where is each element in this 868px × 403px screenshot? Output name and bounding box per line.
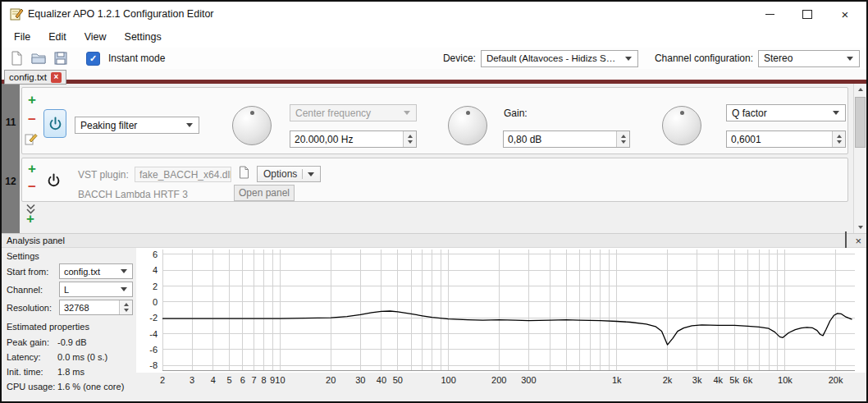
svg-text:0: 0 [153, 297, 158, 307]
spin-down-icon[interactable] [124, 309, 129, 312]
svg-text:-2: -2 [149, 313, 158, 323]
spin-up-icon[interactable] [408, 135, 413, 138]
maximize-button[interactable] [788, 2, 826, 26]
power-icon [48, 116, 63, 131]
menu-view[interactable]: View [75, 26, 116, 48]
gain-label: Gain: [504, 108, 528, 119]
analysis-panel-header: Analysis panel × [2, 233, 866, 248]
gain-knob[interactable] [448, 106, 487, 145]
svg-text:6: 6 [153, 250, 158, 259]
filter-type-value: Peaking filter [80, 120, 142, 131]
resolution-label: Resolution: [7, 303, 52, 313]
analysis-panel-body: Settings Start from: config.txt Channel:… [2, 248, 866, 401]
channel-config-select[interactable]: Stereo [758, 50, 860, 67]
add-filter-button[interactable]: + [25, 162, 39, 175]
tab-close-button[interactable]: × [51, 72, 62, 83]
open-panel-button[interactable]: Open panel [234, 185, 295, 201]
remove-filter-button[interactable]: − [25, 112, 39, 126]
menu-edit[interactable]: Edit [39, 26, 75, 48]
resolution-input[interactable]: 32768 [59, 300, 133, 315]
frequency-input[interactable]: 20.000,00 Hz [290, 131, 417, 148]
svg-text:-6: -6 [149, 345, 158, 355]
cpu-usage-label: CPU usage: [7, 382, 55, 392]
vst-file-field[interactable]: fake_BACCH_x64.dll [135, 167, 231, 182]
settings-heading: Settings [7, 251, 39, 261]
vst-power-toggle[interactable] [42, 167, 65, 193]
app-window: Equalizer APO 1.2.1 Configuration Editor… [0, 0, 868, 403]
append-filter-button[interactable]: + [24, 212, 37, 225]
open-file-button[interactable] [30, 51, 46, 66]
scroll-up-button[interactable] [854, 84, 866, 95]
float-panel-button[interactable] [845, 233, 847, 248]
instant-mode-label: Instant mode [108, 53, 165, 64]
svg-text:2: 2 [153, 282, 158, 291]
new-file-button[interactable] [8, 51, 24, 66]
maximize-icon [802, 10, 812, 19]
q-factor-value: 0,6001 [731, 134, 761, 145]
vst-file-name: fake_BACCH_x64.dll [139, 169, 231, 181]
svg-text:6k: 6k [743, 375, 753, 385]
window-title: Equalizer APO 1.2.1 Configuration Editor [28, 2, 214, 26]
arrow-up-icon [858, 88, 863, 91]
chevron-down-icon [121, 269, 127, 273]
svg-text:4k: 4k [713, 375, 723, 385]
menu-file[interactable]: File [5, 26, 39, 48]
q-factor-knob[interactable] [662, 106, 701, 145]
spin-up-icon[interactable] [837, 135, 842, 138]
spin-down-icon[interactable] [408, 140, 413, 144]
close-icon: × [54, 73, 59, 81]
vertical-scrollbar[interactable] [853, 84, 866, 233]
filter-type-select[interactable]: Peaking filter [75, 117, 199, 134]
vst-options-button[interactable]: Options [257, 166, 321, 182]
svg-text:50: 50 [393, 375, 403, 385]
save-icon [54, 52, 67, 65]
svg-text:4: 4 [211, 375, 216, 385]
q-factor-input[interactable]: 0,6001 [726, 131, 846, 148]
svg-text:9: 9 [270, 375, 275, 385]
spin-buttons [119, 300, 132, 314]
frequency-knob[interactable] [232, 106, 272, 145]
tabbar: config.txt × [2, 69, 866, 84]
channel-select[interactable]: L [59, 282, 133, 297]
close-button[interactable]: × [826, 2, 864, 26]
add-filter-button[interactable]: + [25, 93, 39, 106]
device-value: Default (Altavoces - Hidizs S9Pro) [487, 53, 625, 63]
svg-text:2k: 2k [663, 375, 673, 385]
spin-up-icon[interactable] [124, 303, 129, 306]
knob-indicator [680, 111, 684, 115]
scroll-down-button[interactable] [854, 222, 866, 233]
device-select[interactable]: Default (Altavoces - Hidizs S9Pro) [481, 50, 638, 67]
toolbar: ✓ Instant mode Device: Default (Altavoce… [2, 48, 866, 69]
channel-config-label: Channel configuration: [655, 53, 753, 64]
spin-down-icon[interactable] [837, 140, 842, 144]
menu-settings[interactable]: Settings [116, 26, 171, 48]
start-from-select[interactable]: config.txt [59, 263, 133, 279]
gain-input[interactable]: 0,80 dB [503, 131, 630, 148]
vst-plugin-label: VST plugin: [78, 169, 129, 181]
svg-text:20k: 20k [829, 375, 843, 385]
instant-mode-checkbox[interactable]: ✓ [86, 52, 100, 66]
save-file-button[interactable] [53, 51, 68, 66]
svg-text:10: 10 [275, 375, 285, 385]
remove-filter-button[interactable]: − [25, 180, 39, 193]
peak-gain-label: Peak gain: [7, 337, 49, 347]
init-time-label: Init. time: [7, 367, 43, 377]
frequency-response-chart: 6420-2-4-6-82345678910203040501002003001… [136, 248, 866, 401]
svg-text:1k: 1k [612, 375, 622, 385]
close-panel-button[interactable]: × [855, 236, 861, 246]
filter-row-vst: + − VST plugin: fake_BACCH_x64.dll Optio… [21, 158, 848, 202]
svg-text:300: 300 [521, 375, 536, 385]
spin-down-icon[interactable] [621, 140, 626, 144]
q-factor-select[interactable]: Q factor [726, 104, 846, 121]
frequency-param-select[interactable]: Center frequency [290, 104, 417, 121]
spin-up-icon[interactable] [621, 135, 626, 138]
latency-label: Latency: [7, 352, 41, 362]
filter-power-toggle[interactable] [43, 109, 66, 138]
scrollbar-thumb[interactable] [855, 97, 866, 148]
minimize-button[interactable] [751, 2, 788, 26]
open-folder-icon [31, 52, 46, 65]
edit-filter-button[interactable] [25, 132, 38, 145]
resolution-value: 32768 [64, 303, 89, 313]
browse-file-button[interactable] [237, 166, 250, 179]
tab-config-txt[interactable]: config.txt × [4, 70, 66, 85]
